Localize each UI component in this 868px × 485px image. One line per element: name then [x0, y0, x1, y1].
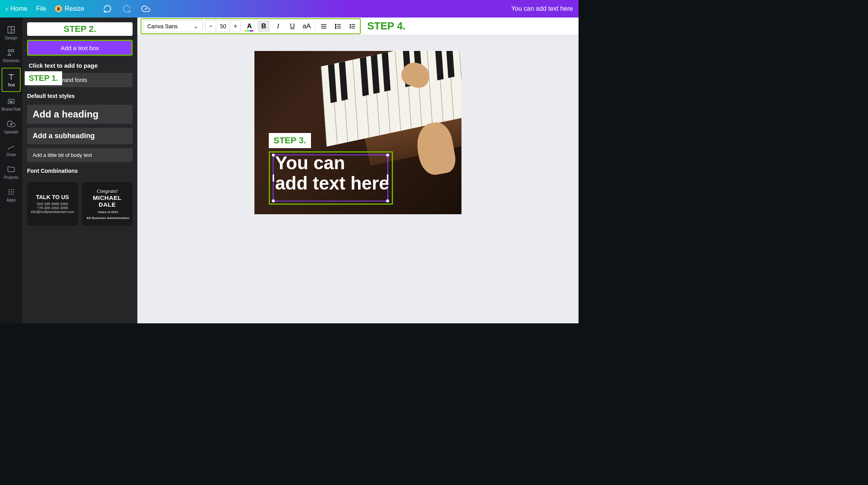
apps-grid-icon: [7, 188, 16, 196]
step1-annotation: STEP 1.: [25, 71, 62, 85]
add-heading-button[interactable]: Add a heading: [27, 105, 133, 124]
search-input[interactable]: STEP 2.: [27, 22, 133, 36]
svg-point-17: [8, 194, 10, 195]
rail-design[interactable]: Design: [2, 22, 21, 44]
pencil-icon: [7, 142, 16, 151]
editable-text-box[interactable]: You can add text here: [275, 153, 389, 193]
folder-icon: [7, 165, 16, 174]
font-combinations-header: Font Combinations: [27, 166, 133, 176]
svg-point-15: [11, 192, 12, 193]
svg-point-13: [13, 189, 14, 190]
add-text-box-button[interactable]: Add a text box: [27, 40, 133, 56]
align-icon: [320, 23, 327, 30]
undo-icon[interactable]: [103, 4, 112, 13]
svg-point-23: [335, 24, 336, 25]
svg-point-14: [8, 192, 10, 193]
home-button[interactable]: ‹ Home: [6, 5, 27, 13]
svg-rect-4: [12, 50, 14, 52]
spacing-button[interactable]: [346, 20, 358, 32]
italic-button[interactable]: I: [272, 20, 284, 32]
chevron-left-icon: ‹: [6, 5, 8, 13]
rail-draw[interactable]: Draw: [2, 138, 21, 161]
svg-point-19: [13, 194, 14, 195]
rail-elements[interactable]: Elements: [2, 44, 21, 67]
rail-apps[interactable]: Apps: [2, 184, 21, 206]
add-body-text-button[interactable]: Add a little bit of body text: [27, 148, 133, 162]
bullet-list-icon: [334, 23, 342, 30]
canvas-area: Canva Sans ⌄ − + A B I U aA: [137, 18, 579, 323]
svg-point-16: [13, 192, 14, 193]
shapes-icon: [7, 48, 16, 57]
redo-icon[interactable]: [122, 4, 131, 13]
step4-annotation: STEP 4.: [367, 20, 405, 32]
design-canvas[interactable]: STEP 3. You can add text here ↻: [254, 51, 461, 214]
brand-icon: co.: [7, 97, 16, 106]
rail-text[interactable]: Text: [2, 68, 21, 92]
add-subheading-button[interactable]: Add a subheading: [27, 128, 133, 144]
home-label: Home: [10, 5, 27, 12]
increase-size-button[interactable]: +: [230, 21, 240, 32]
text-toolbar: Canva Sans ⌄ − + A B I U aA: [137, 18, 579, 35]
document-title[interactable]: You can add text here: [511, 5, 573, 12]
resize-handle[interactable]: [386, 199, 389, 203]
svg-point-24: [335, 25, 336, 26]
svg-point-18: [11, 194, 12, 195]
cloud-upload-icon: [7, 119, 16, 128]
top-menu-bar: ‹ Home File ♛ Resize You can add text he…: [0, 0, 579, 18]
default-styles-header: Default text styles: [27, 91, 133, 101]
template-icon: [7, 25, 16, 34]
svg-marker-5: [8, 53, 11, 56]
resize-label: Resize: [65, 5, 84, 12]
resize-menu[interactable]: ♛ Resize: [55, 5, 84, 12]
text-color-button[interactable]: A: [243, 20, 255, 32]
font-size-input[interactable]: [216, 21, 230, 32]
chevron-down-icon: ⌄: [194, 23, 198, 29]
text-panel: STEP 2. Add a text box Click text to add…: [22, 18, 137, 323]
crown-icon: ♛: [55, 5, 62, 12]
svg-point-3: [8, 50, 11, 52]
rail-uploads[interactable]: Uploads: [2, 115, 21, 138]
resize-handle[interactable]: [272, 153, 275, 157]
cloud-sync-icon[interactable]: [141, 4, 150, 13]
decrease-size-button[interactable]: −: [205, 21, 216, 32]
side-rail: Design Elements Text co. Brand Hub Uploa…: [0, 18, 22, 323]
font-combo-2[interactable]: Congrats! MICHAEL DALE Class of 2021 BS …: [82, 182, 133, 226]
svg-point-25: [335, 27, 336, 28]
step3-annotation: STEP 3.: [269, 133, 311, 148]
font-size-stepper[interactable]: − +: [205, 20, 241, 32]
resize-handle[interactable]: [272, 199, 275, 203]
svg-point-11: [8, 189, 10, 190]
brand-fonts-button[interactable]: STEP 1. dd your brand fonts: [27, 73, 133, 87]
list-button[interactable]: [332, 20, 344, 32]
bold-button[interactable]: B: [258, 20, 270, 32]
text-icon: [7, 72, 16, 81]
resize-handle[interactable]: [272, 174, 274, 182]
underline-button[interactable]: U: [286, 20, 298, 32]
svg-point-12: [11, 189, 12, 190]
font-family-select[interactable]: Canva Sans ⌄: [143, 20, 203, 32]
alignment-button[interactable]: [318, 20, 330, 32]
click-to-add-label: Click text to add to page: [27, 60, 133, 69]
font-combo-1[interactable]: TALK TO US (04) 298 3985 2092 +76 209 10…: [27, 182, 78, 226]
file-menu[interactable]: File: [36, 5, 47, 12]
line-spacing-icon: [349, 23, 356, 30]
rail-brand-hub[interactable]: co. Brand Hub: [2, 93, 21, 115]
svg-text:co.: co.: [10, 100, 13, 103]
text-case-button[interactable]: aA: [301, 20, 313, 32]
rail-projects[interactable]: Projects: [2, 161, 21, 184]
